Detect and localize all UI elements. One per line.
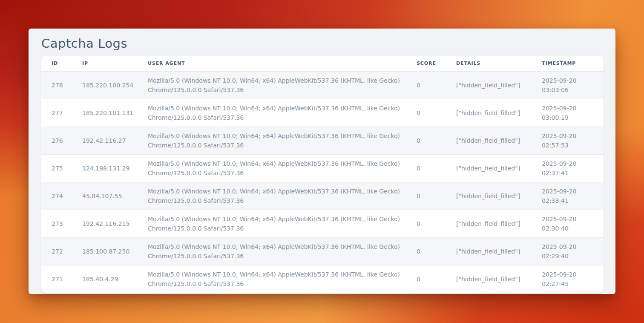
cell-id: 272 — [41, 238, 82, 265]
cell-id: 278 — [41, 72, 82, 99]
cell-timestamp: 2025-09-20 02:27:45 — [542, 265, 604, 293]
column-header-id: ID — [41, 56, 82, 72]
logs-table-card: ID IP USER AGENT SCORE DETAILS TIMESTAMP… — [41, 56, 604, 293]
table-header-row: ID IP USER AGENT SCORE DETAILS TIMESTAMP — [41, 56, 604, 72]
cell-id: 277 — [41, 99, 82, 127]
column-header-details: DETAILS — [456, 56, 542, 72]
cell-ip: 192.42.116.215 — [82, 210, 148, 238]
cell-user-agent: Mozilla/5.0 (Windows NT 10.0; Win64; x64… — [148, 238, 417, 265]
table-row: 276 192.42.116.27 Mozilla/5.0 (Windows N… — [41, 127, 604, 155]
table-row: 275 124.198.131.29 Mozilla/5.0 (Windows … — [41, 155, 604, 182]
cell-score: 0 — [417, 210, 456, 238]
column-header-ip: IP — [82, 56, 148, 72]
cell-id: 276 — [41, 127, 82, 155]
cell-score: 0 — [417, 155, 456, 182]
cell-user-agent: Mozilla/5.0 (Windows NT 10.0; Win64; x64… — [148, 210, 417, 238]
cell-score: 0 — [417, 72, 456, 99]
cell-details: ["hidden_field_filled"] — [456, 72, 542, 99]
cell-score: 0 — [417, 127, 456, 155]
captcha-logs-panel: Captcha Logs ID IP USER AGENT SCORE DETA… — [29, 29, 615, 294]
cell-details: ["hidden_field_filled"] — [456, 182, 542, 210]
table-row: 278 185.220.100.254 Mozilla/5.0 (Windows… — [41, 72, 604, 99]
cell-ip: 45.84.107.55 — [82, 182, 148, 210]
cell-timestamp: 2025-09-20 02:37:41 — [542, 155, 604, 182]
cell-ip: 192.42.116.27 — [82, 127, 148, 155]
cell-score: 0 — [417, 182, 456, 210]
cell-id: 275 — [41, 155, 82, 182]
cell-details: ["hidden_field_filled"] — [456, 127, 542, 155]
cell-ip: 124.198.131.29 — [82, 155, 148, 182]
cell-id: 274 — [41, 182, 82, 210]
captcha-logs-table: ID IP USER AGENT SCORE DETAILS TIMESTAMP… — [41, 56, 604, 293]
cell-score: 0 — [417, 238, 456, 265]
cell-user-agent: Mozilla/5.0 (Windows NT 10.0; Win64; x64… — [148, 72, 417, 99]
cell-user-agent: Mozilla/5.0 (Windows NT 10.0; Win64; x64… — [148, 182, 417, 210]
cell-timestamp: 2025-09-20 03:03:06 — [542, 72, 604, 99]
cell-ip: 185.220.101.131 — [82, 99, 148, 127]
column-header-score: SCORE — [417, 56, 456, 72]
cell-timestamp: 2025-09-20 02:33:41 — [542, 182, 604, 210]
cell-details: ["hidden_field_filled"] — [456, 99, 542, 127]
cell-user-agent: Mozilla/5.0 (Windows NT 10.0; Win64; x64… — [148, 265, 417, 293]
cell-timestamp: 2025-09-20 03:00:19 — [542, 99, 604, 127]
cell-user-agent: Mozilla/5.0 (Windows NT 10.0; Win64; x64… — [148, 155, 417, 182]
table-row: 273 192.42.116.215 Mozilla/5.0 (Windows … — [41, 210, 604, 238]
cell-score: 0 — [417, 265, 456, 293]
cell-ip: 185.40.4.29 — [82, 265, 148, 293]
cell-id: 271 — [41, 265, 82, 293]
column-header-user-agent: USER AGENT — [148, 56, 417, 72]
cell-user-agent: Mozilla/5.0 (Windows NT 10.0; Win64; x64… — [148, 127, 417, 155]
cell-details: ["hidden_field_filled"] — [456, 155, 542, 182]
cell-timestamp: 2025-09-20 02:29:40 — [542, 238, 604, 265]
cell-details: ["hidden_field_filled"] — [456, 238, 542, 265]
page-title: Captcha Logs — [41, 35, 604, 52]
table-row: 277 185.220.101.131 Mozilla/5.0 (Windows… — [41, 99, 604, 127]
cell-details: ["hidden_field_filled"] — [456, 265, 542, 293]
table-row: 274 45.84.107.55 Mozilla/5.0 (Windows NT… — [41, 182, 604, 210]
table-row: 271 185.40.4.29 Mozilla/5.0 (Windows NT … — [41, 265, 604, 293]
column-header-timestamp: TIMESTAMP — [542, 56, 604, 72]
cell-user-agent: Mozilla/5.0 (Windows NT 10.0; Win64; x64… — [148, 99, 417, 127]
cell-ip: 185.100.87.250 — [82, 238, 148, 265]
table-row: 272 185.100.87.250 Mozilla/5.0 (Windows … — [41, 238, 604, 265]
cell-id: 273 — [41, 210, 82, 238]
cell-timestamp: 2025-09-20 02:57:53 — [542, 127, 604, 155]
cell-details: ["hidden_field_filled"] — [456, 210, 542, 238]
cell-ip: 185.220.100.254 — [82, 72, 148, 99]
cell-score: 0 — [417, 99, 456, 127]
cell-timestamp: 2025-09-20 02:30:40 — [542, 210, 604, 238]
